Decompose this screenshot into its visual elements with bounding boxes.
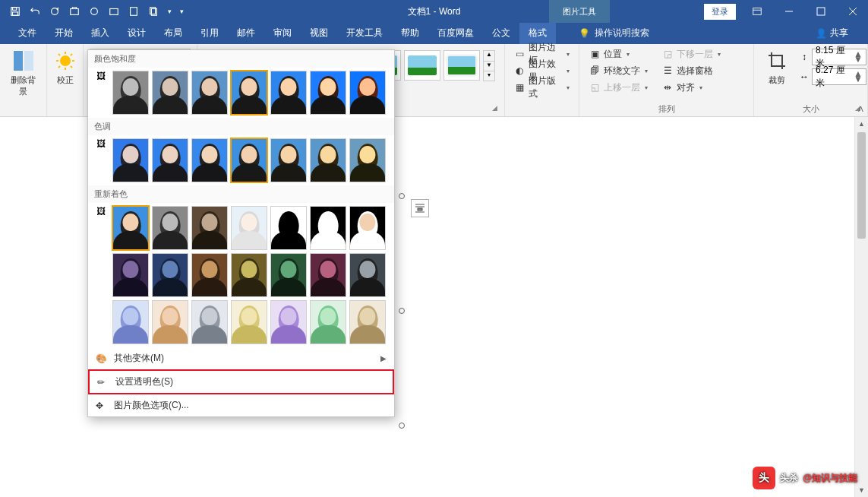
style-thumb[interactable] — [404, 50, 440, 81]
color-variant-thumb[interactable] — [231, 253, 267, 297]
color-variant-thumb[interactable] — [270, 253, 307, 297]
collapse-ribbon-button[interactable]: ᐱ — [858, 105, 863, 113]
align-button[interactable]: ⇹对齐▾ — [658, 79, 724, 96]
color-variant-thumb[interactable] — [191, 206, 228, 250]
tab-help[interactable]: 帮助 — [392, 22, 428, 44]
tell-me-search[interactable]: 💡 操作说明搜索 — [571, 22, 657, 44]
color-variant-thumb[interactable] — [270, 206, 307, 250]
color-variant-thumb[interactable] — [310, 300, 346, 344]
qat-more[interactable]: ▾ — [176, 2, 187, 21]
color-variant-thumb[interactable] — [310, 206, 346, 250]
recolor-icon: 🖼 — [93, 206, 109, 217]
svg-rect-7 — [131, 8, 137, 16]
tab-design[interactable]: 设计 — [118, 22, 155, 44]
qat-btn-8[interactable] — [144, 2, 163, 21]
color-variant-thumb[interactable] — [310, 138, 346, 182]
scroll-up-button[interactable]: ▲ — [855, 117, 868, 131]
picture-color-options-item[interactable]: ✥ 图片颜色选项(C)... — [88, 394, 394, 416]
qat-btn-5[interactable] — [85, 2, 103, 21]
wrap-text-button[interactable]: 🗐环绕文字▾ — [586, 62, 651, 79]
color-variant-thumb[interactable] — [231, 206, 267, 250]
selection-handle[interactable] — [399, 193, 405, 199]
svg-rect-11 — [817, 8, 825, 15]
ribbon-display-options[interactable] — [742, 0, 772, 23]
color-variant-thumb[interactable] — [191, 253, 228, 297]
minimize-button[interactable] — [774, 0, 804, 23]
undo-button[interactable] — [26, 2, 44, 21]
color-variant-thumb[interactable] — [231, 300, 267, 344]
maximize-button[interactable] — [806, 0, 836, 23]
color-variant-thumb[interactable] — [152, 253, 188, 297]
color-variant-thumb[interactable] — [191, 71, 228, 115]
color-variant-thumb[interactable] — [349, 300, 386, 344]
color-variant-thumb[interactable] — [310, 71, 346, 115]
color-variant-thumb[interactable] — [152, 138, 188, 182]
color-variant-thumb[interactable] — [112, 71, 149, 115]
tab-home[interactable]: 开始 — [46, 22, 82, 44]
color-variant-thumb[interactable] — [231, 71, 267, 115]
color-variant-thumb[interactable] — [191, 138, 228, 182]
color-variant-thumb[interactable] — [112, 138, 149, 182]
tab-view[interactable]: 视图 — [301, 22, 337, 44]
tab-file[interactable]: 文件 — [9, 22, 46, 44]
watermark: 头 头杀 @知识与技能 — [753, 467, 857, 489]
save-button[interactable] — [6, 2, 24, 21]
gallery-more[interactable]: ▾ — [484, 71, 494, 81]
tab-developer[interactable]: 开发工具 — [337, 22, 392, 44]
login-button[interactable]: 登录 — [704, 4, 736, 20]
tab-references[interactable]: 引用 — [191, 22, 228, 44]
color-variant-thumb[interactable] — [270, 300, 307, 344]
set-transparent-color-item[interactable]: ✏ 设置透明色(S) — [88, 369, 394, 394]
picture-layout-button[interactable]: ▦图片版式▾ — [511, 79, 573, 96]
selection-handle[interactable] — [399, 423, 405, 429]
tab-layout[interactable]: 布局 — [155, 22, 191, 44]
color-variant-thumb[interactable] — [349, 206, 386, 250]
color-variant-thumb[interactable] — [349, 138, 386, 182]
selection-pane-button[interactable]: ☰选择窗格 — [658, 62, 724, 79]
qat-customize[interactable]: ▾ — [164, 2, 175, 21]
qat-btn-6[interactable] — [105, 2, 123, 21]
send-backward-button: ◲下移一层▾ — [658, 46, 724, 62]
tab-baidu[interactable]: 百度网盘 — [428, 22, 483, 44]
color-variant-thumb[interactable] — [231, 138, 267, 182]
crop-button[interactable]: 裁剪 — [762, 47, 792, 87]
position-button[interactable]: ▣位置▾ — [586, 46, 651, 62]
color-variant-thumb[interactable] — [112, 253, 149, 297]
color-variant-thumb[interactable] — [152, 71, 188, 115]
color-variant-thumb[interactable] — [152, 300, 188, 344]
width-input[interactable]: 6.27 厘米▲▼ — [812, 68, 866, 85]
color-variant-thumb[interactable] — [310, 253, 346, 297]
share-button[interactable]: 👤 共享 — [811, 22, 853, 44]
color-variant-thumb[interactable] — [349, 253, 386, 297]
corrections-button[interactable]: 校正 — [53, 47, 77, 87]
color-variant-thumb[interactable] — [152, 206, 188, 250]
tab-insert[interactable]: 插入 — [82, 22, 118, 44]
scroll-thumb[interactable] — [857, 132, 866, 239]
gallery-up[interactable]: ▲ — [484, 51, 494, 61]
tab-mailings[interactable]: 邮件 — [228, 22, 264, 44]
color-variant-thumb[interactable] — [191, 300, 228, 344]
tab-review[interactable]: 审阅 — [264, 22, 301, 44]
qat-btn-4[interactable] — [65, 2, 84, 21]
style-thumb[interactable] — [443, 50, 480, 81]
remove-bg-label: 删除背景 — [9, 74, 37, 97]
color-variant-thumb[interactable] — [270, 71, 307, 115]
recolor-section-title: 重新着色 — [88, 185, 394, 203]
remove-bg-icon — [11, 49, 36, 73]
close-button[interactable] — [838, 0, 868, 23]
layout-options-button[interactable] — [411, 199, 429, 217]
color-variant-thumb[interactable] — [112, 206, 149, 250]
dialog-launcher-icon[interactable]: ◢ — [492, 104, 501, 113]
height-input[interactable]: 8.15 厘米▲▼ — [812, 49, 866, 65]
gallery-down[interactable]: ▼ — [484, 61, 494, 71]
redo-button[interactable] — [46, 2, 64, 21]
qat-btn-7[interactable] — [125, 2, 143, 21]
remove-background-button[interactable]: 删除背景 — [6, 47, 40, 99]
color-variant-thumb[interactable] — [349, 71, 386, 115]
tab-gongwen[interactable]: 公文 — [483, 22, 519, 44]
color-variant-thumb[interactable] — [112, 300, 149, 344]
color-variant-thumb[interactable] — [270, 138, 307, 182]
vertical-scrollbar[interactable]: ▲ ▼ — [854, 117, 868, 497]
selection-handle[interactable] — [399, 308, 405, 314]
more-variations-item[interactable]: 🎨 其他变体(M) ▶ — [88, 347, 394, 369]
